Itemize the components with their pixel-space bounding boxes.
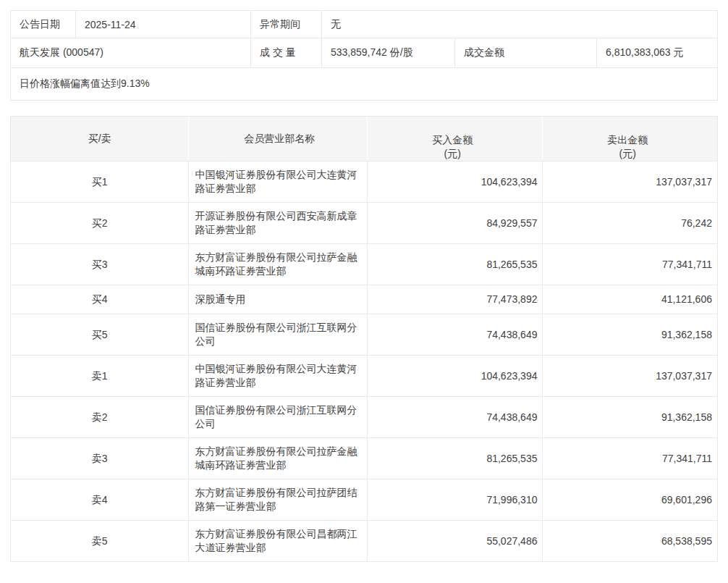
column-header-unit: (元) <box>619 147 636 161</box>
table-header-row: 买/卖 会员营业部名称 买入金额 (元) 卖出金额 (元) <box>11 117 717 161</box>
announcement-info-panel: 公告日期 2025-11-24 异常期间 无 航天发展 (000547) 成 交… <box>10 10 718 101</box>
abnormal-period-label: 异常期间 <box>250 11 321 38</box>
table-row-sell4: 卖4 东方财富证券股份有限公司拉萨团结路第一证券营业部 71,996,310 6… <box>11 479 717 520</box>
buy-amount-cell: 74,438,649 <box>367 397 543 437</box>
member-name-text: 国信证券股份有限公司浙江互联网分公司 <box>195 403 364 431</box>
turnover-label: 成交金额 <box>454 38 596 67</box>
sell-amount-cell: 77,341,711 <box>542 244 717 285</box>
member-name-text: 东方财富证券股份有限公司拉萨金融城南环路证券营业部 <box>195 445 364 472</box>
column-header-buy-sell: 买/卖 <box>11 117 188 161</box>
member-name-text: 国信证券股份有限公司浙江互联网分公司 <box>195 321 364 348</box>
table-row-buy5: 买5 国信证券股份有限公司浙江互联网分公司 74,438,649 91,362,… <box>11 314 717 355</box>
sell-amount-cell: 68,538,595 <box>542 521 717 561</box>
buy-amount-cell: 104,623,394 <box>367 162 543 202</box>
rank-cell: 卖3 <box>11 438 188 479</box>
sell-amount-cell: 137,037,317 <box>542 162 717 202</box>
buy-amount-cell: 55,027,486 <box>367 521 543 561</box>
buy-amount-cell: 74,438,649 <box>367 314 543 355</box>
column-header-label: 会员营业部名称 <box>244 132 315 146</box>
info-row-date: 公告日期 2025-11-24 异常期间 无 <box>11 11 717 38</box>
rank-cell: 卖2 <box>11 397 188 437</box>
member-name-text: 东方财富证券股份有限公司拉萨金融城南环路证券营业部 <box>195 251 364 278</box>
member-name-cell: 中国银河证券股份有限公司大连黄河路证券营业部 <box>188 356 367 396</box>
member-name-cell: 深股通专用 <box>188 285 367 314</box>
stock-name-code: 航天发展 (000547) <box>11 38 250 67</box>
table-row-sell2: 卖2 国信证券股份有限公司浙江互联网分公司 74,438,649 91,362,… <box>11 396 717 437</box>
buy-amount-cell: 77,473,892 <box>367 285 543 314</box>
sell-amount-cell: 77,341,711 <box>542 438 717 479</box>
sell-amount-cell: 91,362,158 <box>542 397 717 437</box>
rank-cell: 卖5 <box>11 521 188 561</box>
column-header-sell-amount: 卖出金额 (元) <box>542 117 717 161</box>
volume-label: 成 交 量 <box>250 38 321 67</box>
member-name-cell: 开源证券股份有限公司西安高新成章路证券营业部 <box>188 203 367 243</box>
column-header-unit: (元) <box>444 147 461 161</box>
volume-value: 533,859,742 份/股 <box>321 38 454 67</box>
member-name-cell: 东方财富证券股份有限公司拉萨团结路第一证券营业部 <box>188 479 367 520</box>
member-name-cell: 东方财富证券股份有限公司昌都两江大道证券营业部 <box>188 521 367 561</box>
table-row-sell1: 卖1 中国银河证券股份有限公司大连黄河路证券营业部 104,623,394 13… <box>11 355 717 396</box>
info-row-volume: 航天发展 (000547) 成 交 量 533,859,742 份/股 成交金额… <box>11 38 717 67</box>
sell-amount-cell: 91,362,158 <box>542 314 717 355</box>
buy-amount-cell: 81,265,535 <box>367 244 543 285</box>
sell-amount-cell: 69,601,296 <box>542 479 717 520</box>
column-header-label: 买入金额 <box>432 133 473 147</box>
info-row-deviation: 日价格涨幅偏离值达到9.13% <box>11 67 717 100</box>
member-name-text: 东方财富证券股份有限公司昌都两江大道证券营业部 <box>195 527 364 555</box>
rank-cell: 买1 <box>11 162 188 202</box>
rank-cell: 卖1 <box>11 356 188 396</box>
rank-cell: 卖4 <box>11 479 188 520</box>
rank-cell: 买4 <box>11 285 188 314</box>
member-name-cell: 国信证券股份有限公司浙江互联网分公司 <box>188 397 367 437</box>
table-row-sell3: 卖3 东方财富证券股份有限公司拉萨金融城南环路证券营业部 81,265,535 … <box>11 437 717 479</box>
member-name-cell: 东方财富证券股份有限公司拉萨金融城南环路证券营业部 <box>188 438 367 479</box>
column-header-label: 买/卖 <box>88 132 111 146</box>
table-row-buy2: 买2 开源证券股份有限公司西安高新成章路证券营业部 84,929,557 76,… <box>11 202 717 243</box>
column-header-member-name: 会员营业部名称 <box>188 117 367 161</box>
rank-cell: 买2 <box>11 203 188 243</box>
member-name-text: 深股通专用 <box>195 293 245 306</box>
member-name-cell: 中国银河证券股份有限公司大连黄河路证券营业部 <box>188 162 367 202</box>
buy-amount-cell: 104,623,394 <box>367 356 543 396</box>
sell-amount-cell: 137,037,317 <box>542 356 717 396</box>
table-row-buy3: 买3 东方财富证券股份有限公司拉萨金融城南环路证券营业部 81,265,535 … <box>11 243 717 285</box>
member-name-text: 中国银河证券股份有限公司大连黄河路证券营业部 <box>195 362 364 390</box>
turnover-value: 6,810,383,063 元 <box>596 38 717 67</box>
member-name-cell: 东方财富证券股份有限公司拉萨金融城南环路证券营业部 <box>188 244 367 285</box>
rank-cell: 买3 <box>11 244 188 285</box>
buy-amount-cell: 81,265,535 <box>367 438 543 479</box>
column-header-label: 卖出金额 <box>607 133 648 147</box>
table-row-sell5: 卖5 东方财富证券股份有限公司昌都两江大道证券营业部 55,027,486 68… <box>11 520 717 561</box>
table-row-buy4: 买4 深股通专用 77,473,892 41,121,606 <box>11 285 717 314</box>
deviation-note: 日价格涨幅偏离值达到9.13% <box>11 68 717 100</box>
member-name-cell: 国信证券股份有限公司浙江互联网分公司 <box>188 314 367 355</box>
announce-date-label: 公告日期 <box>11 11 75 38</box>
member-name-text: 中国银河证券股份有限公司大连黄河路证券营业部 <box>195 168 364 196</box>
member-name-text: 东方财富证券股份有限公司拉萨团结路第一证券营业部 <box>195 486 364 513</box>
buy-amount-cell: 71,996,310 <box>367 479 543 520</box>
column-header-buy-amount: 买入金额 (元) <box>367 117 543 161</box>
buy-amount-cell: 84,929,557 <box>367 203 543 243</box>
sell-amount-cell: 41,121,606 <box>542 285 717 314</box>
broker-seats-table: 买/卖 会员营业部名称 买入金额 (元) 卖出金额 (元) 买1 中国银河证券股… <box>10 116 718 562</box>
sell-amount-cell: 76,242 <box>542 203 717 243</box>
announce-date-value: 2025-11-24 <box>75 11 250 38</box>
member-name-text: 开源证券股份有限公司西安高新成章路证券营业部 <box>195 209 364 237</box>
abnormal-period-value: 无 <box>321 11 717 38</box>
table-row-buy1: 买1 中国银河证券股份有限公司大连黄河路证券营业部 104,623,394 13… <box>11 161 717 202</box>
rank-cell: 买5 <box>11 314 188 355</box>
